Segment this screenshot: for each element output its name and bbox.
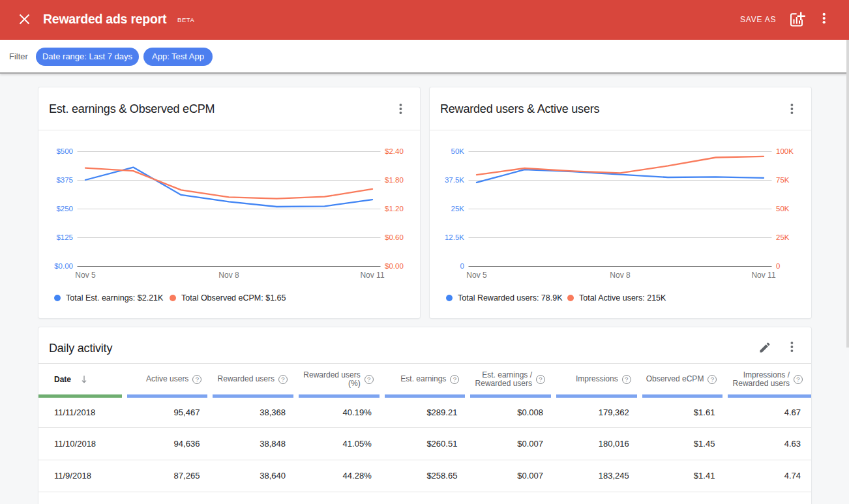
svg-text:25K: 25K <box>451 205 465 213</box>
svg-text:0: 0 <box>776 262 780 270</box>
svg-text:100K: 100K <box>776 147 794 155</box>
svg-text:Nov 8: Nov 8 <box>218 271 239 280</box>
svg-text:0: 0 <box>460 262 464 270</box>
svg-text:Nov 11: Nov 11 <box>360 271 384 280</box>
svg-text:$250: $250 <box>56 205 73 213</box>
svg-text:37.5K: 37.5K <box>445 176 464 184</box>
svg-text:$0.60: $0.60 <box>385 233 404 241</box>
svg-text:Nov 8: Nov 8 <box>610 271 631 280</box>
svg-text:$500: $500 <box>56 147 73 155</box>
svg-text:Nov 11: Nov 11 <box>751 271 775 280</box>
svg-text:$375: $375 <box>56 176 73 184</box>
svg-text:$1.80: $1.80 <box>385 176 404 184</box>
svg-text:$2.40: $2.40 <box>385 147 404 155</box>
svg-text:50K: 50K <box>451 147 465 155</box>
svg-text:$0.00: $0.00 <box>385 262 404 270</box>
svg-text:$125: $125 <box>56 233 73 241</box>
svg-text:$0.00: $0.00 <box>54 262 73 270</box>
svg-text:$1.20: $1.20 <box>385 205 404 213</box>
svg-text:Nov 5: Nov 5 <box>466 271 487 280</box>
svg-text:25K: 25K <box>776 233 790 241</box>
svg-text:50K: 50K <box>776 205 790 213</box>
svg-text:75K: 75K <box>776 176 790 184</box>
svg-text:Nov 5: Nov 5 <box>75 271 96 280</box>
svg-text:12.5K: 12.5K <box>445 233 464 241</box>
